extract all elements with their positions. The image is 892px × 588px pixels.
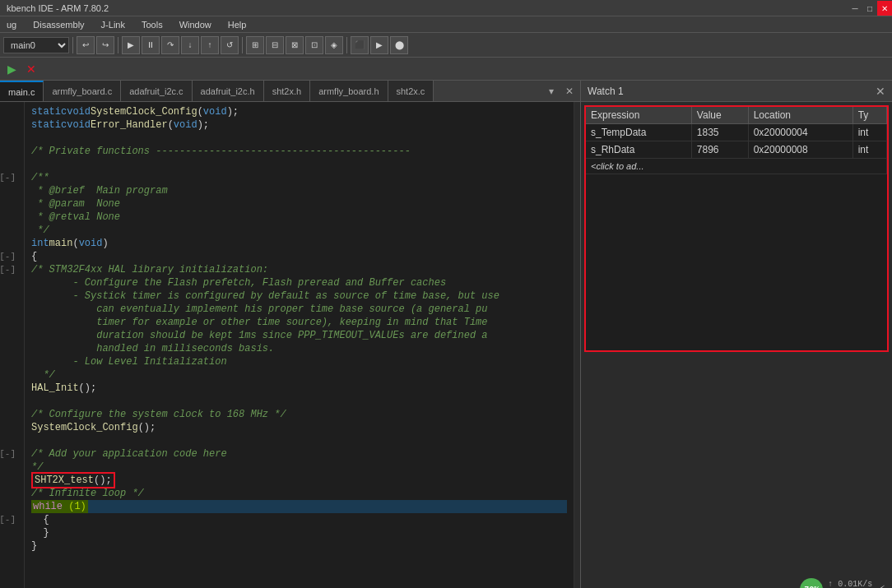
app-title: kbench IDE - ARM 7.80.2: [7, 3, 109, 13]
menu-tools[interactable]: Tools: [138, 18, 166, 31]
gutter-24: [0, 408, 19, 421]
watch-add-row[interactable]: <click to ad...: [586, 159, 887, 174]
code-line-2: static void Error_Handler(void);: [31, 118, 567, 132]
toolbar-dropdown[interactable]: main0: [3, 37, 69, 53]
menu-ug[interactable]: ug: [3, 18, 20, 31]
toolbar-btn4[interactable]: ⊡: [305, 36, 323, 54]
code-line-11: int main(void): [31, 237, 567, 250]
tab-adafruit-i2c-h[interactable]: adafruit_i2c.h: [193, 81, 264, 101]
code-line-19: handled in milliseconds basis.: [31, 342, 567, 355]
gutter-14: [0, 276, 19, 289]
close-button[interactable]: ✕: [877, 1, 892, 16]
code-line-8: * @param None: [31, 197, 567, 211]
gutter-23: [0, 395, 19, 408]
minimize-button[interactable]: ─: [848, 1, 862, 16]
code-line-3: [31, 132, 567, 145]
watch-row-1[interactable]: s_RhData 7896 0x20000008 int: [586, 141, 887, 159]
toolbar-run[interactable]: ▶: [122, 36, 140, 54]
while-highlight: while (1): [31, 500, 88, 513]
gutter-31: ▶: [0, 500, 19, 513]
status-speed: ↑ 0.01K/s ↓ 0.02K/s: [828, 579, 872, 588]
code-line-7: * @brief Main program: [31, 184, 567, 197]
watch-header: Watch 1 ✕: [581, 81, 892, 102]
watch-table-header: Expression Value Location Ty: [586, 107, 887, 124]
toolbar-pause[interactable]: ⏸: [142, 36, 160, 54]
menu-disassembly[interactable]: Disassembly: [30, 18, 87, 31]
tab-dropdown-button[interactable]: ▾: [544, 84, 559, 99]
toolbar-step-out[interactable]: ↑: [201, 36, 219, 54]
watch-panel: Watch 1 ✕ Expression Value Location Ty s…: [581, 81, 892, 588]
menu-jlink[interactable]: J-Link: [98, 18, 128, 31]
tab-main-c[interactable]: main.c: [0, 81, 44, 101]
tab-close-button[interactable]: ✕: [562, 84, 577, 99]
menu-window[interactable]: Window: [176, 18, 215, 31]
gutter-22: [0, 382, 19, 395]
gutter-34: [0, 539, 19, 553]
toolbar-dbg3[interactable]: ⬤: [390, 36, 408, 54]
watch-loc-0: 0x20000004: [748, 124, 853, 141]
watch-expr-1: s_RhData: [586, 141, 691, 159]
gutter-8: [0, 197, 19, 211]
code-line-9: * @retval None: [31, 211, 567, 224]
tab-armfly-board-h[interactable]: armfly_board.h: [310, 81, 388, 101]
toolbar-dbg1[interactable]: ⬛: [351, 36, 369, 54]
status-circle: 70%: [800, 578, 823, 588]
watch-add-expression[interactable]: <click to ad...: [586, 159, 887, 174]
code-line-23: [31, 395, 567, 408]
toolbar-redo[interactable]: ↪: [96, 36, 114, 54]
watch-close-button[interactable]: ✕: [876, 85, 885, 98]
gutter-25: [0, 421, 19, 434]
tab-armfly-board-c[interactable]: armfly_board.c: [44, 81, 121, 101]
maximize-button[interactable]: □: [862, 1, 877, 16]
menu-bar: ug Disassembly J-Link Tools Window Help: [0, 16, 892, 33]
watch-type-0: int: [853, 124, 886, 141]
toolbar-sep3: [242, 37, 243, 53]
menu-help[interactable]: Help: [225, 18, 250, 31]
code-line-24: /* Configure the system clock to 168 MHz…: [31, 408, 567, 421]
watch-val-0: 1835: [691, 124, 748, 141]
code-line-22: HAL_Init();: [31, 382, 567, 395]
toolbar-dbg2[interactable]: ▶: [370, 36, 388, 54]
debug-stop-button[interactable]: ✕: [23, 61, 39, 77]
watch-col-location: Location: [748, 107, 853, 124]
code-content[interactable]: static void SystemClock_Config(void); st…: [25, 102, 574, 588]
tab-sht2x-c[interactable]: sht2x.c: [388, 81, 434, 101]
tab-adafruit-i2c-c[interactable]: adafruit_i2c.c: [121, 81, 192, 101]
watch-row-0[interactable]: s_TempData 1835 0x20000004 int: [586, 124, 887, 141]
code-editor[interactable]: [-] [-] [-] [-: [0, 102, 580, 588]
watch-col-type: Ty: [853, 107, 886, 124]
gutter-29: [0, 474, 19, 487]
gutter-7: [0, 184, 19, 197]
gutter-9: [0, 211, 19, 224]
toolbar-btn2[interactable]: ⊟: [266, 36, 284, 54]
gutter-21: [0, 368, 19, 382]
gutter-18: [0, 329, 19, 342]
toolbar-undo[interactable]: ↩: [77, 36, 95, 54]
toolbar-step-into[interactable]: ↓: [181, 36, 199, 54]
gutter-11: [0, 237, 19, 250]
gutter-32: [-]: [0, 513, 19, 526]
code-line-6: /**: [31, 171, 567, 184]
code-line-34: }: [31, 539, 567, 553]
toolbar-step-over[interactable]: ↷: [161, 36, 179, 54]
gutter-3: [0, 132, 19, 145]
sht2x-call-highlight: SHT2X_test();: [31, 472, 115, 488]
code-panel: main.c armfly_board.c adafruit_i2c.c ada…: [0, 81, 581, 588]
toolbar-btn5[interactable]: ◈: [325, 36, 343, 54]
toolbar-reset[interactable]: ↺: [221, 36, 239, 54]
gutter-17: [0, 316, 19, 329]
tab-sht2x-h[interactable]: sht2x.h: [264, 81, 310, 101]
window-controls: ─ □ ✕: [848, 0, 892, 16]
gutter-20: [0, 355, 19, 368]
gutter-28: [0, 461, 19, 474]
code-line-4: /* Private functions -------------------…: [31, 145, 567, 158]
status-area: 70% ↑ 0.01K/s ↓ 0.02K/s ⚡: [800, 578, 885, 588]
vertical-scrollbar[interactable]: [574, 102, 580, 588]
code-line-27: /* Add your application code here: [31, 447, 567, 461]
debug-run-button[interactable]: ▶: [3, 61, 20, 77]
toolbar-btn1[interactable]: ⊞: [246, 36, 264, 54]
toolbar-btn3[interactable]: ⊠: [286, 36, 304, 54]
watch-table-container: Expression Value Location Ty s_TempData …: [584, 105, 889, 352]
gutter-16: [0, 303, 19, 316]
code-line-31: while (1): [31, 500, 567, 513]
